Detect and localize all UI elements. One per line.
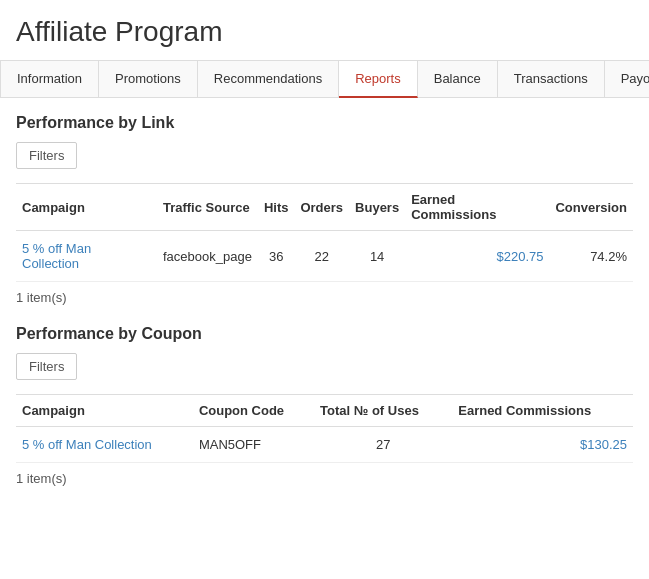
cell-hits: 36 bbox=[258, 231, 295, 282]
filters-button-link[interactable]: Filters bbox=[16, 142, 77, 169]
cell-orders: 22 bbox=[294, 231, 349, 282]
coupon-cell-code: MAN5OFF bbox=[193, 427, 314, 463]
tab-information[interactable]: Information bbox=[0, 61, 99, 97]
items-count-link: 1 item(s) bbox=[16, 290, 633, 305]
tab-transactions[interactable]: Transactions bbox=[498, 61, 605, 97]
coupon-cell-campaign[interactable]: 5 % off Man Collection bbox=[16, 427, 193, 463]
filters-button-coupon[interactable]: Filters bbox=[16, 353, 77, 380]
coupon-col-code: Coupon Code bbox=[193, 395, 314, 427]
col-orders: Orders bbox=[294, 184, 349, 231]
coupon-table-header-row: Campaign Coupon Code Total № of Uses Ear… bbox=[16, 395, 633, 427]
tabs-bar: Information Promotions Recommendations R… bbox=[0, 60, 649, 98]
coupon-col-campaign: Campaign bbox=[16, 395, 193, 427]
tab-recommendations[interactable]: Recommendations bbox=[198, 61, 339, 97]
tab-balance[interactable]: Balance bbox=[418, 61, 498, 97]
cell-traffic-source: facebook_page bbox=[157, 231, 258, 282]
col-buyers: Buyers bbox=[349, 184, 405, 231]
tab-payouts[interactable]: Payouts bbox=[605, 61, 649, 97]
main-content: Performance by Link Filters Campaign Tra… bbox=[0, 98, 649, 522]
col-hits: Hits bbox=[258, 184, 295, 231]
coupon-col-uses: Total № of Uses bbox=[314, 395, 452, 427]
items-count-coupon: 1 item(s) bbox=[16, 471, 633, 486]
tab-promotions[interactable]: Promotions bbox=[99, 61, 198, 97]
col-traffic-source: Traffic Source bbox=[157, 184, 258, 231]
coupon-cell-uses: 27 bbox=[314, 427, 452, 463]
performance-by-link-title: Performance by Link bbox=[16, 114, 633, 132]
col-conversion: Conversion bbox=[549, 184, 633, 231]
tab-reports[interactable]: Reports bbox=[339, 61, 418, 98]
coupon-col-commissions: Earned Commissions bbox=[452, 395, 633, 427]
performance-by-link-section: Performance by Link Filters Campaign Tra… bbox=[16, 114, 633, 305]
performance-by-coupon-title: Performance by Coupon bbox=[16, 325, 633, 343]
cell-conversion: 74.2% bbox=[549, 231, 633, 282]
performance-by-coupon-section: Performance by Coupon Filters Campaign C… bbox=[16, 325, 633, 486]
col-earned-commissions: Earned Commissions bbox=[405, 184, 549, 231]
coupon-cell-commissions: $130.25 bbox=[452, 427, 633, 463]
page-title: Affiliate Program bbox=[0, 0, 649, 60]
performance-by-coupon-table: Campaign Coupon Code Total № of Uses Ear… bbox=[16, 394, 633, 463]
cell-buyers: 14 bbox=[349, 231, 405, 282]
cell-earned-commissions: $220.75 bbox=[405, 231, 549, 282]
performance-by-link-table: Campaign Traffic Source Hits Orders Buye… bbox=[16, 183, 633, 282]
col-campaign: Campaign bbox=[16, 184, 157, 231]
cell-campaign[interactable]: 5 % off Man Collection bbox=[16, 231, 157, 282]
table-header-row: Campaign Traffic Source Hits Orders Buye… bbox=[16, 184, 633, 231]
table-row: 5 % off Man Collection facebook_page 36 … bbox=[16, 231, 633, 282]
coupon-table-row: 5 % off Man Collection MAN5OFF 27 $130.2… bbox=[16, 427, 633, 463]
